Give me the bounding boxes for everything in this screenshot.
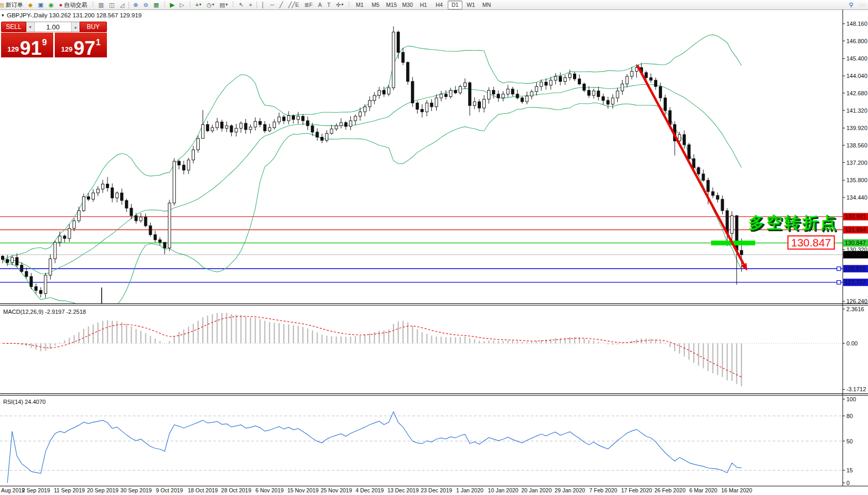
- auto-scroll-icon[interactable]: ▶: [168, 0, 176, 9]
- date-label[interactable]: Aug 2019: [1, 487, 25, 493]
- price-badge-label: 131.884: [845, 226, 866, 233]
- chart-canvas[interactable]: ▾ GBPJPY-,Daily 130.262 131.200 128.567 …: [0, 9, 868, 495]
- date-label[interactable]: 10 Jan 2020: [488, 487, 518, 493]
- candle-body: [11, 258, 14, 263]
- candle-body: [521, 98, 524, 102]
- toolbar: ▤ 新订单 ◆ ▣ ◉ ● 自动交易 ▥ ◫ ◿ ⊕ ⊖ ▦ ▶ ▷ +▾ ◷▾…: [0, 0, 868, 10]
- tile-windows-icon[interactable]: ▦: [151, 0, 161, 9]
- date-label[interactable]: 26 Feb 2020: [655, 487, 686, 493]
- chart-shift-icon[interactable]: ▷: [177, 0, 186, 9]
- date-label[interactable]: 28 Oct 2019: [221, 487, 251, 493]
- level-endpoint-marker[interactable]: [837, 281, 841, 284]
- zoom-in-icon[interactable]: ⊕: [131, 0, 140, 9]
- add-indicator-button[interactable]: +▾: [193, 0, 203, 9]
- candle-body: [497, 94, 500, 98]
- date-label[interactable]: 20 Sep 2019: [87, 487, 119, 493]
- crosshair-icon[interactable]: +: [246, 0, 254, 9]
- trend-arrow-line[interactable]: [637, 65, 744, 264]
- signals-icon[interactable]: ◉: [46, 0, 56, 9]
- timeframe-h1[interactable]: H1: [416, 1, 431, 9]
- date-label[interactable]: 9 Oct 2019: [156, 487, 183, 493]
- date-label[interactable]: 23 Dec 2019: [421, 487, 452, 493]
- buy-price-panel[interactable]: 129971: [55, 33, 107, 57]
- volume-increase-button[interactable]: ▲: [71, 22, 80, 32]
- line-chart-icon[interactable]: ◿: [117, 0, 126, 9]
- toolbar-separator: [257, 2, 257, 8]
- sell-button[interactable]: SELL: [1, 22, 26, 32]
- bollinger-lower-band: [3, 103, 742, 312]
- date-label[interactable]: 29 Jan 2020: [555, 487, 585, 493]
- date-label[interactable]: 13 Dec 2019: [387, 487, 419, 493]
- candle-body: [397, 32, 400, 52]
- new-order-button[interactable]: ▤ 新订单: [0, 0, 25, 9]
- axis-tick-label: 2.3616: [846, 306, 864, 312]
- date-label[interactable]: 6 Nov 2019: [255, 487, 284, 493]
- date-label[interactable]: 4 Dec 2019: [356, 487, 384, 493]
- candle-body: [6, 260, 9, 263]
- support-price-label[interactable]: 130.847: [787, 235, 835, 250]
- sell-price-panel[interactable]: 129919: [1, 33, 53, 57]
- channel-tool-icon[interactable]: ╱╱E: [286, 0, 301, 9]
- timeframe-w1[interactable]: W1: [463, 1, 478, 9]
- date-label[interactable]: 6 Mar 2020: [689, 487, 717, 493]
- date-label[interactable]: 7 Feb 2020: [589, 487, 617, 493]
- volume-decrease-button[interactable]: ▼: [26, 22, 35, 32]
- candle-body: [664, 98, 666, 111]
- macd-layer: [0, 313, 843, 387]
- timeframe-mn[interactable]: MN: [479, 1, 494, 9]
- text-tool-icon[interactable]: A: [316, 0, 324, 9]
- candle-body: [712, 192, 714, 195]
- horizontal-line-tool-icon[interactable]: ─: [268, 0, 277, 9]
- chat-icon[interactable]: ◌◌: [856, 0, 867, 9]
- axis-tick-label: 145.400: [846, 55, 867, 62]
- arrows-tool-button[interactable]: ✢▾: [334, 0, 346, 9]
- bar-chart-icon[interactable]: ▥: [96, 0, 106, 9]
- zoom-out-icon[interactable]: ⊖: [141, 0, 150, 9]
- date-label[interactable]: 17 Feb 2020: [621, 487, 652, 493]
- candle-body: [40, 290, 42, 293]
- search-icon[interactable]: ⚲: [847, 0, 855, 9]
- one-click-collapse-icon[interactable]: ▾: [2, 13, 4, 18]
- volume-value[interactable]: 1.00: [35, 22, 71, 32]
- cursor-icon[interactable]: ↖: [236, 0, 245, 9]
- text-label-tool-icon[interactable]: T: [325, 0, 333, 9]
- candle-body: [383, 91, 386, 94]
- timeframe-m1[interactable]: M1: [352, 1, 367, 9]
- sell-price-sup: 9: [42, 38, 47, 47]
- auto-trading-button[interactable]: ● 自动交易: [57, 0, 90, 9]
- templates-button[interactable]: ▤▾: [218, 0, 230, 9]
- date-label[interactable]: 25 Nov 2019: [321, 487, 352, 493]
- date-label[interactable]: 15 Nov 2019: [287, 487, 319, 493]
- candle-body: [163, 242, 166, 248]
- candle-body: [388, 88, 390, 94]
- date-label[interactable]: 16 Mar 2020: [721, 487, 752, 493]
- level-endpoint-marker[interactable]: [837, 267, 841, 271]
- timeframe-d1[interactable]: D1: [448, 1, 462, 9]
- fibonacci-tool-icon[interactable]: ≣F: [302, 0, 315, 9]
- candle-body: [130, 208, 133, 215]
- timeframe-m15[interactable]: M15: [384, 1, 399, 9]
- buy-button[interactable]: BUY: [80, 22, 107, 32]
- price-badge-label: 127.737: [845, 279, 866, 285]
- candle-body: [77, 211, 80, 221]
- arrows-tool-icon: ✢: [336, 2, 341, 8]
- candlestick-chart-icon[interactable]: ◫: [107, 0, 116, 9]
- terminal-icon[interactable]: ▣: [36, 0, 45, 9]
- timeframe-h4[interactable]: H4: [432, 1, 447, 9]
- market-watch-icon[interactable]: ◆: [26, 0, 34, 9]
- candle-body: [530, 92, 533, 96]
- date-label[interactable]: 2 Sep 2019: [22, 487, 50, 493]
- vertical-line-tool-icon[interactable]: │: [259, 0, 267, 9]
- date-label[interactable]: 30 Sep 2019: [121, 487, 152, 493]
- timeframe-m5[interactable]: M5: [368, 1, 383, 9]
- date-label[interactable]: 20 Jan 2020: [521, 487, 552, 493]
- trendline-tool-icon[interactable]: ╱: [278, 0, 285, 9]
- timeframe-m30[interactable]: M30: [400, 1, 415, 9]
- periods-button[interactable]: ◷▾: [204, 0, 216, 9]
- date-label[interactable]: 11 Sep 2019: [54, 487, 85, 493]
- turning-point-annotation[interactable]: 多空转折点: [748, 212, 838, 234]
- toolbar-grip: [164, 2, 165, 8]
- date-label[interactable]: 18 Oct 2019: [188, 487, 218, 493]
- candle-body: [597, 91, 600, 97]
- date-label[interactable]: 1 Jan 2020: [456, 487, 484, 493]
